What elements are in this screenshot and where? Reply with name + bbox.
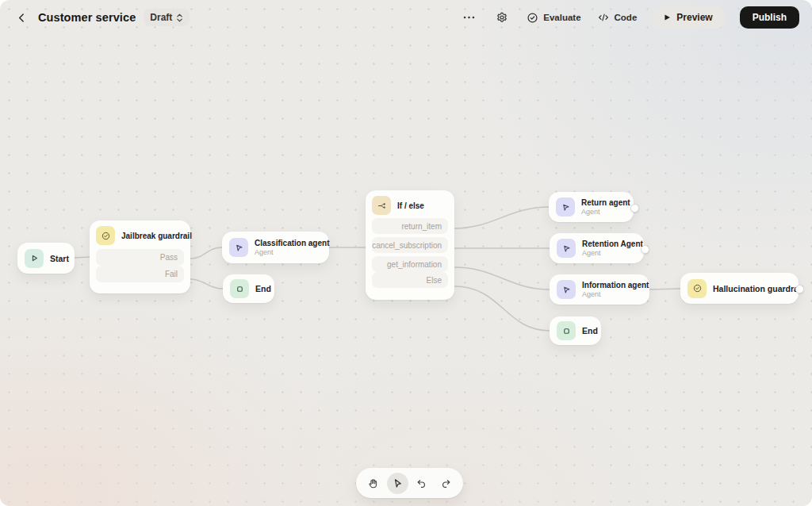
node-header: Jailbreak guardrail <box>96 226 184 245</box>
guardrail-icon <box>688 279 707 298</box>
node-label: End <box>255 284 271 293</box>
node-title: Jailbreak guardrail <box>121 232 192 240</box>
code-label: Code <box>615 13 638 22</box>
branch-label: Fail <box>165 270 178 278</box>
node-return-agent[interactable]: Return agent Agent <box>549 192 634 222</box>
node-label: End <box>582 326 598 335</box>
workflow-title: Customer service <box>38 11 136 24</box>
branch-label: cancel_subscription <box>372 241 442 250</box>
publish-button[interactable]: Publish <box>740 6 799 29</box>
node-subtitle: Agent <box>255 248 322 256</box>
more-options-button[interactable] <box>460 9 477 26</box>
branch-label: Else <box>427 276 442 285</box>
header: Customer service Draft <box>0 0 812 35</box>
edge-returnitem-returnagent <box>454 207 549 228</box>
node-end-top[interactable]: End <box>223 274 274 303</box>
branch-label: Pass <box>160 253 178 262</box>
edge-fail-end <box>190 279 223 289</box>
redo-icon <box>440 477 452 489</box>
evaluate-button[interactable]: Evaluate <box>527 12 580 24</box>
play-icon <box>664 13 671 21</box>
chevron-left-icon <box>16 12 28 24</box>
edge-getinfo-information <box>454 267 550 289</box>
node-title: Return agent <box>581 198 626 207</box>
agent-icon <box>557 239 576 258</box>
code-button[interactable]: Code <box>597 12 638 23</box>
edge-else-end <box>454 286 550 331</box>
if-else-icon <box>372 196 391 215</box>
branch-fail[interactable]: Fail <box>96 266 184 282</box>
branch-else[interactable]: Else <box>372 272 448 288</box>
code-icon <box>597 12 610 23</box>
node-end-bottom[interactable]: End <box>550 316 601 345</box>
branch-cancel-subscription[interactable]: cancel_subscription <box>372 237 448 253</box>
branch-pass[interactable]: Pass <box>96 249 184 266</box>
canvas-toolbar <box>356 468 463 498</box>
pan-tool-button[interactable] <box>362 473 384 494</box>
edge-start-jailbreak <box>75 257 90 258</box>
gear-icon <box>496 11 508 24</box>
agent-icon <box>557 280 576 299</box>
agent-icon <box>229 238 248 257</box>
preview-label: Preview <box>676 12 712 23</box>
node-header: If / else <box>372 196 448 215</box>
node-if-else[interactable]: If / else return_item cancel_subscriptio… <box>366 190 454 300</box>
undo-button[interactable] <box>411 473 432 494</box>
evaluate-label: Evaluate <box>543 13 580 22</box>
undo-icon <box>416 477 427 489</box>
node-subtitle: Agent <box>582 290 642 298</box>
status-label: Draft <box>150 12 172 23</box>
select-chevrons-icon <box>176 13 183 23</box>
hand-icon <box>367 477 379 489</box>
node-hallucination-guardrail[interactable]: Hallucination guardrail <box>680 273 799 304</box>
node-title: Retention Agent <box>582 240 637 248</box>
node-subtitle: Agent <box>582 249 637 257</box>
guardrail-icon <box>96 226 115 245</box>
node-title: Information agent <box>582 281 642 289</box>
node-title: If / else <box>397 201 424 210</box>
branch-label: get_information <box>387 260 442 269</box>
select-tool-button[interactable] <box>387 473 408 494</box>
end-icon <box>557 321 576 340</box>
start-icon <box>25 249 44 268</box>
end-icon <box>230 279 249 298</box>
agent-icon <box>556 197 575 217</box>
node-subtitle: Agent <box>581 208 626 216</box>
node-label: Start <box>50 254 69 263</box>
output-port-retention-agent[interactable] <box>641 245 649 254</box>
node-jailbreak-guardrail[interactable]: Jailbreak guardrail Pass Fail <box>90 220 190 293</box>
redo-button[interactable] <box>435 473 457 494</box>
back-button[interactable] <box>13 9 30 26</box>
node-title: Hallucination guardrail <box>713 284 803 293</box>
output-port-return-agent[interactable] <box>630 204 639 213</box>
ellipsis-icon <box>463 16 475 19</box>
edge-information-hallucination <box>649 289 680 289</box>
node-start[interactable]: Start <box>17 243 75 274</box>
output-port-hallucination-guardrail[interactable] <box>795 285 804 293</box>
workflow-builder-window: Customer service Draft <box>0 0 812 506</box>
branch-return-item[interactable]: return_item <box>372 218 448 234</box>
status-selector[interactable]: Draft <box>144 9 190 26</box>
evaluate-icon <box>527 12 538 24</box>
node-title: Classification agent <box>255 239 322 247</box>
settings-button[interactable] <box>493 9 511 26</box>
preview-button[interactable]: Preview <box>653 6 723 29</box>
branch-get-information[interactable]: get_information <box>372 256 448 272</box>
node-information-agent[interactable]: Information agent Agent <box>550 274 649 305</box>
cursor-icon <box>392 477 404 489</box>
branch-label: return_item <box>401 222 442 231</box>
node-classification-agent[interactable]: Classification agent Agent <box>222 232 329 263</box>
edge-pass-classification <box>190 247 222 259</box>
node-retention-agent[interactable]: Retention Agent Agent <box>550 233 644 263</box>
